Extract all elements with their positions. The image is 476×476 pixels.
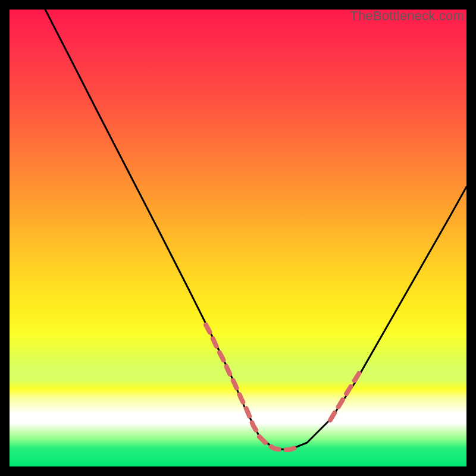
dash-left-overlay <box>206 325 258 434</box>
dash-bottom-overlay <box>259 437 296 450</box>
dash-right-overlay <box>330 368 362 420</box>
chart-frame: TheBottleneck.com <box>10 10 466 466</box>
bottleneck-curve <box>45 10 466 450</box>
chart-svg <box>10 10 466 466</box>
watermark-text: TheBottleneck.com <box>350 8 464 24</box>
